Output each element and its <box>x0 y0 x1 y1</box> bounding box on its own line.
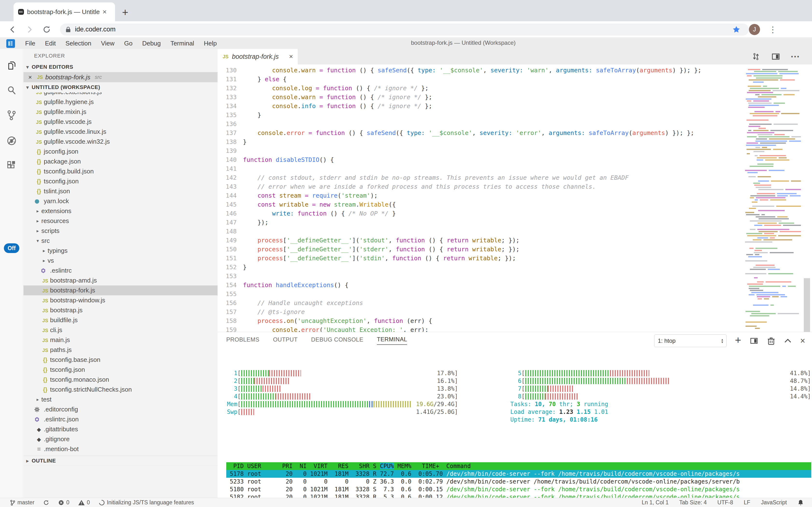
tree-item-bootstrap-window.js[interactable]: JSbootstrap-window.js <box>23 295 217 305</box>
minimap[interactable] <box>743 66 801 332</box>
menu-item-edit[interactable]: Edit <box>40 40 61 47</box>
tab-close-icon[interactable]: × <box>103 8 107 16</box>
menu-item-selection[interactable]: Selection <box>61 40 96 47</box>
status-spinner[interactable]: Initializing JS/TS language features <box>99 499 194 506</box>
panel-tab-problems[interactable]: PROBLEMS <box>226 336 259 344</box>
json-file-icon: {} <box>34 177 44 185</box>
tree-item-resources[interactable]: ▸resources <box>23 216 217 226</box>
tree-item-main.js[interactable]: JSmain.js <box>23 335 217 345</box>
status-warning[interactable]: 0 <box>78 499 90 506</box>
tree-item-gulpfile.vscode.win32.js[interactable]: JSgulpfile.vscode.win32.js <box>23 137 217 147</box>
tree-item-tsconfig.json[interactable]: {}tsconfig.json <box>23 176 217 186</box>
open-editor-item[interactable]: × JS bootstrap-fork.js src <box>23 72 217 82</box>
tree-item-cli.js[interactable]: JScli.js <box>23 325 217 335</box>
status-ln-1-col-1[interactable]: Ln 1, Col 1 <box>642 499 669 506</box>
bookmark-star-icon[interactable] <box>732 25 741 34</box>
panel-tab-output[interactable]: OUTPUT <box>273 336 298 344</box>
more-actions-icon[interactable]: ··· <box>791 54 800 59</box>
status-lf[interactable]: LF <box>744 499 750 506</box>
kill-terminal-icon[interactable] <box>767 336 775 345</box>
tab-close-icon[interactable]: × <box>289 53 293 60</box>
tree-item-tsconfig.json[interactable]: {}tsconfig.json <box>23 365 217 375</box>
tree-item-bootstrap-amd.js[interactable]: JSbootstrap-amd.js <box>23 276 217 285</box>
tree-item-test[interactable]: ▸test <box>23 395 217 404</box>
maximize-panel-icon[interactable] <box>784 337 792 344</box>
tree-item-bootstrap-fork.js[interactable]: JSbootstrap-fork.js <box>23 285 217 295</box>
tree-item-gulpfile.vscode.linux.js[interactable]: JSgulpfile.vscode.linux.js <box>23 127 217 137</box>
editor-tab[interactable]: JS bootstrap-fork.js × <box>218 49 298 64</box>
panel-tab-terminal[interactable]: TERMINAL <box>377 336 407 345</box>
tree-item-buildfile.js[interactable]: JSbuildfile.js <box>23 315 217 325</box>
tree-item-package.json[interactable]: {}package.json <box>23 157 217 166</box>
editor-tab-bar: JS bootstrap-fork.js × ··· <box>218 49 812 64</box>
tree-item-gulpfile.hygiene.js[interactable]: JSgulpfile.hygiene.js <box>23 97 217 107</box>
code-editor[interactable]: 130 console.warn = function () { safeSen… <box>218 66 742 332</box>
explorer-icon[interactable] <box>6 60 17 72</box>
new-tab-button[interactable]: + <box>122 6 128 18</box>
tree-item-.gitignore[interactable]: ◆.gitignore <box>23 434 217 444</box>
close-panel-icon[interactable]: × <box>800 336 805 346</box>
open-editors-header[interactable]: ▾ OPEN EDITORS <box>23 62 217 72</box>
extensions-icon[interactable] <box>6 160 17 172</box>
debug-icon[interactable] <box>6 135 17 147</box>
tree-item-jsconfig.json[interactable]: {}jsconfig.json <box>23 147 217 157</box>
menu-item-view[interactable]: View <box>96 40 119 47</box>
status-git-branch[interactable]: master <box>10 499 34 506</box>
tree-item-gulpfile.mixin.js[interactable]: JSgulpfile.mixin.js <box>23 107 217 117</box>
browser-tab[interactable]: bootstrap-fork.js — Untitled (W × <box>13 2 115 21</box>
tree-item-.editorconfig[interactable]: .editorconfig <box>23 404 217 414</box>
menu-item-help[interactable]: Help <box>199 40 222 47</box>
tree-item-scripts[interactable]: ▸scripts <box>23 226 217 236</box>
tree-item-yarn.lock[interactable]: yarn.lock <box>23 196 217 206</box>
status-javascript[interactable]: JavaScript <box>761 499 787 506</box>
browser-toolbar: ide.coder.com J ⋮ <box>0 21 812 38</box>
source-control-icon[interactable] <box>6 109 17 121</box>
status-tab-size-4[interactable]: Tab Size: 4 <box>679 499 707 506</box>
notifications-bell-icon[interactable] <box>798 499 804 506</box>
tree-item-tslint.json[interactable]: {}tslint.json <box>23 186 217 196</box>
workspace-header[interactable]: ▾ UNTITLED (WORKSPACE) <box>23 82 217 93</box>
url-bar[interactable]: ide.coder.com <box>60 23 749 36</box>
outline-header[interactable]: ▸ OUTLINE <box>23 456 217 466</box>
tree-item-vs[interactable]: ▸vs <box>23 256 217 266</box>
tree-item-tsconfig.strictNullChecks.json[interactable]: {}tsconfig.strictNullChecks.json <box>23 385 217 395</box>
tree-item-.gitattributes[interactable]: ◆.gitattributes <box>23 424 217 434</box>
split-editor-icon[interactable] <box>771 52 780 61</box>
avatar[interactable]: J <box>749 24 760 35</box>
tree-item-gulpfile.vscode.js[interactable]: JSgulpfile.vscode.js <box>23 117 217 127</box>
tree-item-.mention-bot[interactable]: ≡.mention-bot <box>23 444 217 454</box>
reload-icon[interactable] <box>42 25 51 34</box>
menu-item-debug[interactable]: Debug <box>137 40 166 47</box>
tree-item-tsconfig.base.json[interactable]: {}tsconfig.base.json <box>23 355 217 365</box>
status-utf-8[interactable]: UTF-8 <box>717 499 733 506</box>
split-terminal-icon[interactable] <box>749 336 759 345</box>
tree-item-.eslintrc[interactable]: .eslintrc <box>23 266 217 276</box>
close-icon[interactable]: × <box>28 73 35 81</box>
panel-tab-debug-console[interactable]: DEBUG CONSOLE <box>311 336 363 344</box>
tree-item-paths.js[interactable]: JSpaths.js <box>23 345 217 355</box>
new-terminal-icon[interactable]: + <box>735 334 741 346</box>
forward-icon[interactable] <box>25 25 34 34</box>
tree-item-tsconfig.build.json[interactable]: {}tsconfig.build.json <box>23 166 217 176</box>
open-changes-icon[interactable] <box>751 52 761 61</box>
tree-item-tsconfig.monaco.json[interactable]: {}tsconfig.monaco.json <box>23 375 217 385</box>
tree-item-src[interactable]: ▾src <box>23 236 217 246</box>
menu-item-terminal[interactable]: Terminal <box>166 40 199 47</box>
file-tree[interactable]: JSgulpfile.extensions.jsJSgulpfile.hygie… <box>23 93 217 454</box>
status-sync[interactable] <box>43 500 49 506</box>
tree-item-typings[interactable]: ▸typings <box>23 246 217 256</box>
menu-item-go[interactable]: Go <box>119 40 137 47</box>
search-icon[interactable] <box>6 84 17 96</box>
terminal-select[interactable]: 1: htop ▴▾ <box>654 335 727 347</box>
browser-menu-icon[interactable]: ⋮ <box>769 25 777 34</box>
status-error[interactable]: 0 <box>58 499 69 506</box>
status-right: Ln 1, Col 1Tab Size: 4UTF-8LFJavaScript <box>642 499 804 506</box>
terminal[interactable]: 1[17.8%]2[16.1%]3[13.8%]4[23.0%]Mem[19.6… <box>226 354 811 498</box>
tree-item-extensions[interactable]: ▸extensions <box>23 206 217 216</box>
tree-item-.eslintrc.json[interactable]: .eslintrc.json <box>23 414 217 424</box>
coder-off-badge[interactable]: Off <box>4 243 19 253</box>
menu-item-file[interactable]: File <box>20 40 40 47</box>
back-icon[interactable] <box>8 25 17 34</box>
tree-item-gulpfile.extensions.js[interactable]: JSgulpfile.extensions.js <box>23 93 217 97</box>
tree-item-bootstrap.js[interactable]: JSbootstrap.js <box>23 305 217 315</box>
